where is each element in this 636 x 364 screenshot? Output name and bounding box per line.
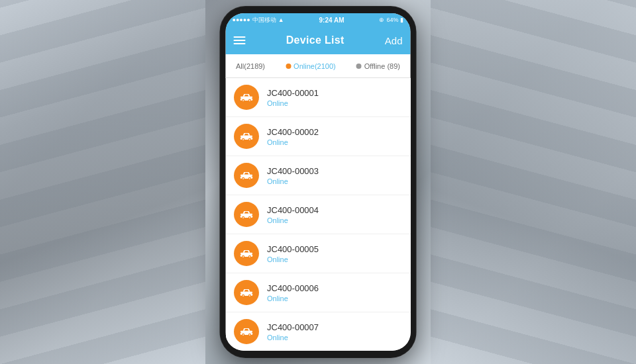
svg-point-32 <box>248 256 250 257</box>
device-status: Online <box>267 295 319 302</box>
menu-line-2 <box>234 40 246 41</box>
svg-point-4 <box>248 100 250 101</box>
list-item[interactable]: JC400-00004 Online <box>226 195 411 234</box>
device-name: JC400-00004 <box>267 205 319 215</box>
device-status: Online <box>267 138 319 146</box>
status-bar: ●●●●● 中国移动 ▲ 9:24 AM ⊕ 64% ▮ <box>226 13 411 26</box>
status-left: ●●●●● 中国移动 ▲ <box>233 16 284 24</box>
page-title: Device List <box>286 34 344 46</box>
svg-point-16 <box>242 178 244 179</box>
svg-point-25 <box>248 217 250 218</box>
status-time: 9:24 AM <box>319 17 344 24</box>
list-item[interactable]: JC400-00007 Online <box>226 312 411 351</box>
device-status: Online <box>267 177 319 185</box>
svg-rect-6 <box>251 98 252 99</box>
battery-icon: ▮ <box>400 17 403 23</box>
svg-rect-47 <box>240 332 241 333</box>
tab-online-label: Online(2100) <box>293 62 336 70</box>
tab-online[interactable]: Online(2100) <box>280 54 341 77</box>
menu-line-1 <box>234 36 246 38</box>
device-icon-wrap <box>234 241 259 266</box>
phone-frame: ●●●●● 中国移动 ▲ 9:24 AM ⊕ 64% ▮ Device List… <box>221 7 416 357</box>
device-name: JC400-00005 <box>267 244 319 254</box>
device-icon-wrap <box>234 202 259 227</box>
svg-rect-5 <box>240 98 241 99</box>
list-item[interactable]: JC400-00002 Online <box>226 117 411 156</box>
device-info: JC400-00007 Online <box>267 322 319 341</box>
device-status: Online <box>267 255 319 263</box>
svg-rect-20 <box>251 176 252 177</box>
car-icon <box>239 324 254 339</box>
svg-rect-26 <box>240 215 241 216</box>
device-status: Online <box>267 216 319 224</box>
svg-rect-33 <box>240 254 241 255</box>
svg-rect-13 <box>251 137 252 138</box>
device-name: JC400-00001 <box>267 88 319 98</box>
device-icon-wrap <box>234 163 259 188</box>
svg-rect-34 <box>251 254 252 255</box>
svg-point-11 <box>248 139 250 140</box>
carrier-label: 中国移动 <box>252 16 276 24</box>
car-icon <box>239 168 254 183</box>
status-right: ⊕ 64% ▮ <box>379 17 403 23</box>
svg-rect-12 <box>240 137 241 138</box>
phone-screen: ●●●●● 中国移动 ▲ 9:24 AM ⊕ 64% ▮ Device List… <box>226 13 411 351</box>
svg-point-30 <box>242 256 244 257</box>
nav-bar: Device List Add <box>226 26 411 54</box>
car-icon <box>239 285 254 300</box>
svg-rect-48 <box>251 332 252 333</box>
online-dot <box>286 64 291 69</box>
car-icon <box>239 246 254 261</box>
tab-all[interactable]: All(2189) <box>231 54 270 77</box>
device-icon-wrap <box>234 85 259 110</box>
device-status: Online <box>267 99 319 107</box>
device-info: JC400-00002 Online <box>267 127 319 146</box>
device-info: JC400-00005 Online <box>267 244 319 263</box>
svg-point-23 <box>242 217 244 218</box>
device-info: JC400-00006 Online <box>267 283 319 302</box>
device-icon-wrap <box>234 280 259 305</box>
device-info: JC400-00004 Online <box>267 205 319 224</box>
filter-tabs: All(2189) Online(2100) Offline (89) <box>226 54 411 78</box>
device-info: JC400-00003 Online <box>267 166 319 185</box>
list-item[interactable]: JC400-00005 Online <box>226 234 411 273</box>
device-info: JC400-00001 Online <box>267 88 319 107</box>
location-icon: ⊕ <box>379 17 384 23</box>
device-name: JC400-00002 <box>267 127 319 137</box>
tab-offline[interactable]: Offline (89) <box>351 54 405 77</box>
svg-point-2 <box>242 100 244 101</box>
list-item[interactable]: JC400-00006 Online <box>226 273 411 312</box>
svg-point-39 <box>248 295 250 296</box>
list-item[interactable]: JC400-00003 Online <box>226 156 411 195</box>
svg-point-46 <box>248 334 250 336</box>
device-name: JC400-00003 <box>267 166 319 176</box>
svg-point-37 <box>242 295 244 296</box>
device-name: JC400-00006 <box>267 283 319 293</box>
svg-rect-19 <box>240 176 241 177</box>
bg-cars-right <box>431 0 636 364</box>
svg-point-18 <box>248 178 250 179</box>
device-name: JC400-00007 <box>267 322 319 332</box>
offline-dot <box>356 64 362 69</box>
device-list[interactable]: JC400-00001 Online <box>226 78 411 351</box>
car-icon <box>239 207 254 222</box>
svg-rect-27 <box>251 215 252 216</box>
car-icon <box>239 129 254 144</box>
svg-rect-40 <box>240 293 241 294</box>
signal-dots: ●●●●● <box>233 17 250 23</box>
menu-button[interactable] <box>234 36 246 44</box>
menu-line-3 <box>234 43 246 44</box>
device-status: Online <box>267 334 319 341</box>
list-item[interactable]: JC400-00001 Online <box>226 78 411 117</box>
device-icon-wrap <box>234 124 259 149</box>
device-icon-wrap <box>234 319 259 344</box>
svg-rect-41 <box>251 293 252 294</box>
tab-offline-label: Offline (89) <box>364 62 400 70</box>
svg-point-9 <box>242 139 244 140</box>
battery-percent: 64% <box>386 17 398 23</box>
bg-cars-left <box>0 0 205 364</box>
svg-point-44 <box>242 334 244 336</box>
tab-all-label: All(2189) <box>236 62 265 70</box>
wifi-icon: ▲ <box>278 17 284 23</box>
add-button[interactable]: Add <box>385 35 403 46</box>
